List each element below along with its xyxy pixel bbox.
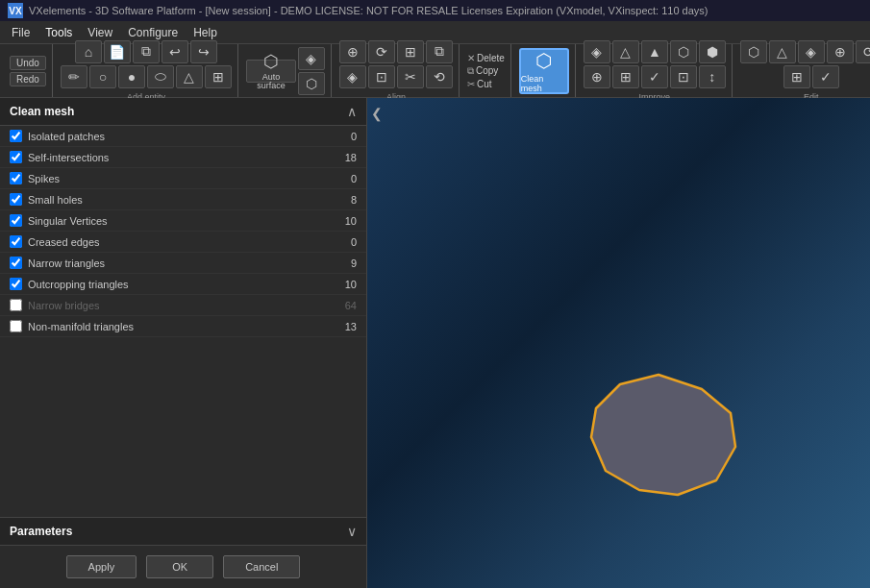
add-entity-buttons: ⌂ 📄 ⧉ ↩ ↪: [75, 40, 217, 63]
tb-dot[interactable]: ●: [118, 65, 145, 88]
outcropping-triangles-label: Outcropping triangles: [28, 279, 328, 290]
tb-i3[interactable]: ▲: [641, 40, 668, 63]
narrow-bridges-count: 64: [328, 300, 357, 311]
tb-layers[interactable]: ⊞: [205, 65, 232, 88]
tb-e4[interactable]: ⊕: [827, 40, 854, 63]
cancel-button[interactable]: Cancel: [223, 555, 300, 578]
menu-file[interactable]: File: [4, 24, 37, 41]
parameters-title: Parameters: [10, 525, 72, 538]
tb-home[interactable]: ⌂: [75, 40, 102, 63]
tb-as1[interactable]: ◈: [298, 47, 325, 70]
self-intersections-label: Self-intersections: [28, 152, 328, 163]
non-manifold-triangles-checkbox[interactable]: [10, 320, 22, 332]
parameters-collapse-button[interactable]: ∨: [347, 524, 357, 539]
redo-button[interactable]: Redo: [10, 72, 46, 86]
tb-a7[interactable]: ✂: [397, 65, 424, 88]
singular-vertices-count: 10: [328, 215, 357, 227]
tb-a4[interactable]: ⧉: [426, 40, 453, 63]
creased-edges-checkbox[interactable]: [10, 235, 22, 248]
auto-surface-button[interactable]: ⬡ Auto surface: [246, 60, 296, 83]
menu-configure[interactable]: Configure: [120, 24, 186, 41]
panel-title: Clean mesh: [10, 105, 74, 118]
title-bar: VX VXelements - 3D Software Platform - […: [0, 0, 870, 21]
tb-oval[interactable]: ⬭: [147, 65, 174, 88]
narrow-triangles-checkbox[interactable]: [10, 257, 22, 269]
delete-label: Delete: [477, 53, 505, 63]
improve-section: ◈ △ ▲ ⬡ ⬢ ⊕ ⊞ ✓ ⊡ ↕ Improve: [578, 44, 733, 97]
isolated-patches-label: Isolated patches: [28, 131, 328, 142]
self-intersections-count: 18: [328, 152, 357, 163]
edit-tools-section: ⬡ △ ◈ ⊕ ⟳ ⊞ ✓ Edit: [734, 44, 870, 97]
toolbar: Undo Redo ⌂ 📄 ⧉ ↩ ↪ ✏ ○ ● ⬭ △ ⊞ Add enti…: [0, 44, 870, 98]
isolated-patches-checkbox[interactable]: [10, 130, 22, 142]
apply-button[interactable]: Apply: [66, 555, 137, 578]
tb-i10[interactable]: ↕: [699, 65, 726, 88]
3d-shape: [562, 355, 755, 511]
tb-redo2[interactable]: ↪: [190, 40, 217, 63]
tb-e7[interactable]: ✓: [812, 65, 839, 88]
isolated-patches-count: 0: [328, 131, 357, 142]
creased-edges-label: Creased edges: [28, 236, 328, 248]
tb-a3[interactable]: ⊞: [397, 40, 424, 63]
menu-help[interactable]: Help: [186, 24, 225, 41]
tb-a8[interactable]: ⟲: [426, 65, 453, 88]
tb-undo2[interactable]: ↩: [162, 40, 188, 63]
tb-doc[interactable]: 📄: [104, 40, 131, 63]
tb-i6[interactable]: ⊕: [584, 65, 610, 88]
outcropping-triangles-checkbox[interactable]: [10, 278, 22, 290]
tb-copy-doc[interactable]: ⧉: [133, 40, 160, 63]
tb-as2[interactable]: ⬡: [298, 72, 325, 95]
list-item: Narrow bridges 64: [0, 295, 366, 316]
tb-i7[interactable]: ⊞: [612, 65, 639, 88]
tb-a2[interactable]: ⟳: [368, 40, 395, 63]
tb-a6[interactable]: ⊡: [368, 65, 395, 88]
narrow-bridges-label: Narrow bridges: [28, 300, 328, 311]
tb-triangle[interactable]: △: [176, 65, 203, 88]
non-manifold-triangles-label: Non-manifold triangles: [28, 321, 328, 332]
undo-button[interactable]: Undo: [10, 56, 46, 70]
tb-i4[interactable]: ⬡: [670, 40, 697, 63]
narrow-triangles-label: Narrow triangles: [28, 257, 328, 269]
main-content: Clean mesh ∧ Isolated patches 0 Self-int…: [0, 98, 870, 588]
action-buttons: Apply OK Cancel: [0, 546, 366, 588]
menu-tools[interactable]: Tools: [37, 24, 80, 41]
self-intersections-checkbox[interactable]: [10, 151, 22, 163]
collapse-panel-arrow[interactable]: ❮: [371, 106, 383, 121]
narrow-bridges-checkbox[interactable]: [10, 299, 22, 311]
edit-buttons: ⬡ △ ◈ ⊕ ⟳: [740, 40, 870, 63]
align-buttons2: ◈ ⊡ ✂ ⟲: [339, 65, 453, 88]
tb-circle[interactable]: ○: [89, 65, 116, 88]
tb-i1[interactable]: ◈: [584, 40, 610, 63]
tb-a5[interactable]: ◈: [339, 65, 366, 88]
tb-e1[interactable]: ⬡: [740, 40, 767, 63]
list-item: Isolated patches 0: [0, 126, 366, 147]
auto-surface-section: ⬡ Auto surface ◈ ⬡: [240, 44, 332, 97]
tb-e3[interactable]: ◈: [798, 40, 825, 63]
panel-collapse-button[interactable]: ∧: [347, 104, 357, 119]
clean-mesh-button[interactable]: ⬡ Clean mesh: [519, 48, 569, 94]
singular-vertices-checkbox[interactable]: [10, 214, 22, 227]
viewport[interactable]: ❮: [367, 98, 870, 588]
narrow-triangles-count: 9: [328, 257, 357, 269]
title-text: VXelements - 3D Software Platform - [New…: [29, 5, 708, 16]
clean-items-list: Isolated patches 0 Self-intersections 18…: [0, 126, 366, 517]
tb-e5[interactable]: ⟳: [856, 40, 870, 63]
tb-i8[interactable]: ✓: [641, 65, 668, 88]
ok-button[interactable]: OK: [146, 555, 213, 578]
tb-e2[interactable]: △: [769, 40, 796, 63]
tb-i9[interactable]: ⊡: [670, 65, 697, 88]
spikes-count: 0: [328, 173, 357, 184]
spikes-checkbox[interactable]: [10, 172, 22, 184]
edit-buttons2: ⊞ ✓: [783, 65, 839, 88]
undo-redo-section: Undo Redo: [4, 44, 53, 97]
tb-e6[interactable]: ⊞: [783, 65, 810, 88]
list-item: Creased edges 0: [0, 232, 366, 253]
tb-i2[interactable]: △: [612, 40, 639, 63]
tb-a1[interactable]: ⊕: [339, 40, 366, 63]
small-holes-label: Small holes: [28, 194, 328, 206]
menu-view[interactable]: View: [80, 24, 120, 41]
tb-pencil[interactable]: ✏: [61, 65, 87, 88]
list-item: Small holes 8: [0, 189, 366, 210]
small-holes-checkbox[interactable]: [10, 193, 22, 206]
tb-i5[interactable]: ⬢: [699, 40, 726, 63]
